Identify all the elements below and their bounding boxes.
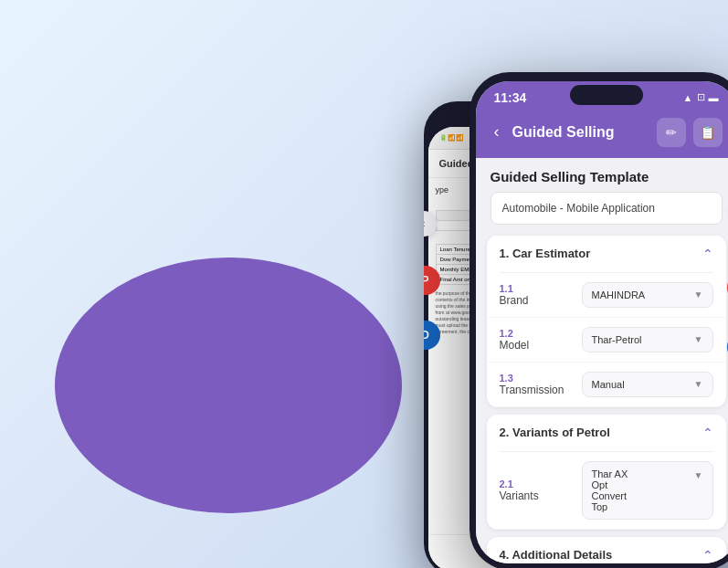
template-value: Automobile - Mobile Application [502,202,655,215]
header-action-icons: ✏ 📋 [657,118,723,147]
status-time: 11:34 [494,90,527,105]
section-variants: 2. Variants of Petrol ⌃ 2.1 Variants Tha… [487,415,726,530]
main-content: Guided Selling Template Automobile - Mob… [476,158,729,563]
page-title: Guided Selling Template [476,158,729,192]
section1-title: 1. Car Estimator [500,247,591,260]
transmission-value: Manual [592,379,625,390]
field-brand-name: Brand [500,294,582,307]
back-button[interactable]: ‹ [491,121,503,143]
section1-header[interactable]: 1. Car Estimator ⌃ [487,236,726,272]
app-header: ‹ Guided Selling ✏ 📋 [476,110,729,158]
main-phone-screen: 11:34 ▲ ⊡ ▬ ‹ Guided Selling ✏ 📋 Guided … [476,81,729,563]
section2-header[interactable]: 2. Variants of Petrol ⌃ [487,415,726,451]
doc-icon: 📋 [700,125,715,140]
field-brand-number: 1.1 [500,283,582,294]
section2-title: 2. Variants of Petrol [500,426,610,439]
section4-header[interactable]: 4. Additional Details ⌃ [487,537,726,563]
section2-chevron-icon: ⌃ [702,426,713,440]
model-value: Thar-Petrol [592,334,642,345]
status-icons: ▲ ⊡ ▬ [683,91,719,103]
field-variants-label: 2.1 Variants [500,479,582,502]
field-transmission: 1.3 Transmission Manual ▼ [487,363,726,407]
wifi-icon: ▲ [683,92,693,103]
brand-select[interactable]: MAHINDRA ▼ [582,282,713,308]
field-variants: 2.1 Variants Thar AXOptConvertTop ▼ [487,452,726,530]
transmission-dropdown-icon: ▼ [694,379,703,389]
field-model-label: 1.2 Model [500,328,582,352]
field-transmission-label: 1.3 Transmission [500,373,582,396]
main-phone: 11:34 ▲ ⊡ ▬ ‹ Guided Selling ✏ 📋 Guided … [470,72,729,569]
edit-icon-button[interactable]: ✏ [657,118,686,147]
transmission-select[interactable]: Manual ▼ [582,372,713,397]
section-additional: 4. Additional Details ⌃ [487,537,726,563]
section1-chevron-icon: ⌃ [702,247,713,261]
variants-value: Thar AXOptConvertTop [592,468,628,512]
template-selector[interactable]: Automobile - Mobile Application [491,192,723,225]
brand-dropdown-icon: ▼ [694,289,703,300]
section-car-estimator: 1. Car Estimator ⌃ 1.1 Brand MAHINDRA ▼ [487,236,726,407]
bg-status-icons: 🔋📶📶 [439,134,464,142]
variants-dropdown-icon: ▼ [694,470,703,480]
edit-icon: ✏ [666,125,677,140]
model-dropdown-icon: ▼ [694,334,703,344]
field-transmission-name: Transmission [500,384,582,396]
signal-icon: ⊡ [697,91,705,103]
field-model-number: 1.2 [500,328,582,339]
field-variants-name: Variants [500,489,582,502]
dynamic-island [570,85,643,105]
section4-chevron-icon: ⌃ [702,548,713,563]
app-header-title: Guided Selling [512,124,648,141]
brand-value: MAHINDRA [592,289,646,300]
bg-type-label: ype [436,185,449,195]
doc-icon-button[interactable]: 📋 [693,118,723,147]
model-select[interactable]: Thar-Petrol ▼ [582,327,713,352]
variants-select[interactable]: Thar AXOptConvertTop ▼ [582,461,713,520]
bg-blob [55,258,402,513]
field-transmission-number: 1.3 [500,373,582,384]
field-variants-number: 2.1 [500,479,582,489]
field-model: 1.2 Model Thar-Petrol ▼ [487,318,726,363]
section4-title: 4. Additional Details [500,548,613,562]
field-model-name: Model [500,339,582,352]
battery-icon: ▬ [709,92,719,103]
field-brand: 1.1 Brand MAHINDRA ▼ [487,273,726,318]
field-brand-label: 1.1 Brand [500,283,582,307]
